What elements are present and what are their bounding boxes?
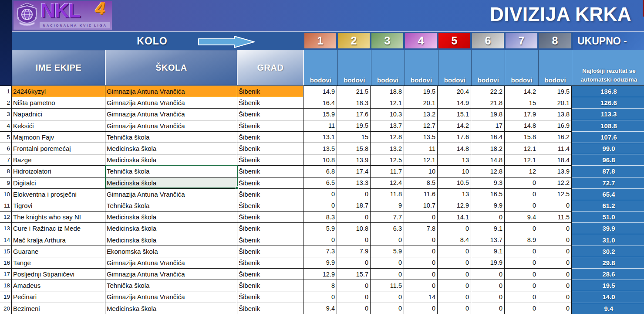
cell-score-round-6[interactable]: 22.2	[471, 86, 505, 97]
cell-score-round-5[interactable]: 14.2	[438, 120, 471, 132]
row-rank[interactable]: 9	[0, 177, 12, 189]
cell-score-round-5[interactable]: 0	[438, 269, 471, 280]
cell-total[interactable]: 72.7	[572, 177, 644, 189]
cell-team[interactable]: Napadnici	[12, 109, 105, 120]
cell-score-round-2[interactable]: 0	[337, 212, 371, 223]
cell-score-round-3[interactable]: 11.5	[371, 280, 404, 291]
cell-score-round-8[interactable]: 0	[538, 234, 572, 246]
cell-total[interactable]: 61.2	[572, 200, 644, 212]
cell-team[interactable]: Bezimeni	[12, 303, 105, 314]
round-header-6[interactable]: 6	[471, 32, 505, 50]
cell-score-round-2[interactable]: 0	[337, 303, 371, 314]
cell-score-round-3[interactable]: 0	[371, 269, 404, 280]
cell-school[interactable]: Gimnazija Antuna Vrančića	[105, 269, 237, 280]
cell-city[interactable]: Šibenik	[237, 280, 303, 291]
cell-total[interactable]: 87.8	[572, 166, 644, 177]
cell-school[interactable]: Ekonomska škola	[105, 246, 237, 257]
cell-score-round-1[interactable]: 13.5	[303, 143, 337, 154]
row-rank[interactable]: 10	[0, 189, 12, 200]
row-rank[interactable]: 17	[0, 269, 12, 280]
cell-score-round-2[interactable]: 17.6	[337, 109, 371, 120]
row-rank[interactable]: 15	[0, 246, 12, 257]
cell-score-round-8[interactable]: 11.5	[538, 212, 572, 223]
cell-score-round-7[interactable]: 12.1	[505, 154, 538, 166]
row-rank[interactable]: 18	[0, 280, 12, 291]
cell-score-round-4[interactable]: 10.7	[404, 200, 438, 212]
round-header-4[interactable]: 4	[404, 32, 438, 50]
cell-score-round-8[interactable]: 20.1	[538, 97, 572, 109]
cell-score-round-3[interactable]: 11.8	[371, 189, 404, 200]
cell-score-round-1[interactable]: 16.4	[303, 97, 337, 109]
cell-score-round-4[interactable]: 11	[404, 143, 438, 154]
cell-school[interactable]: Medicinska škola	[105, 143, 237, 154]
cell-score-round-2[interactable]: 21.5	[337, 86, 371, 97]
cell-score-round-4[interactable]: 0	[404, 212, 438, 223]
row-rank[interactable]: 13	[0, 223, 12, 234]
cell-score-round-7[interactable]: 0	[505, 223, 538, 234]
cell-score-round-7[interactable]: 9.4	[505, 212, 538, 223]
cell-score-round-1[interactable]: 8	[303, 280, 337, 291]
cell-score-round-8[interactable]: 16.2	[538, 132, 572, 143]
cell-score-round-3[interactable]: 12.1	[371, 97, 404, 109]
cell-team[interactable]: Amadeus	[12, 280, 105, 291]
cell-score-round-1[interactable]: 6.5	[303, 177, 337, 189]
cell-score-round-1[interactable]: 12.9	[303, 269, 337, 280]
cell-score-round-3[interactable]: 12.8	[371, 132, 404, 143]
row-rank[interactable]: 14	[0, 234, 12, 246]
cell-score-round-5[interactable]: 15.1	[438, 109, 471, 120]
points-subheader-round-1[interactable]: bodovi	[304, 50, 337, 85]
cell-score-round-6[interactable]: 9.1	[471, 246, 505, 257]
cell-score-round-7[interactable]: 14.2	[505, 86, 538, 97]
cell-score-round-1[interactable]: 0	[303, 291, 337, 303]
cell-score-round-8[interactable]: 0	[538, 280, 572, 291]
cell-score-round-3[interactable]: 0	[371, 257, 404, 269]
cell-score-round-2[interactable]: 10.8	[337, 223, 371, 234]
cell-score-round-3[interactable]: 0	[371, 303, 404, 314]
cell-score-round-3[interactable]: 12.4	[371, 177, 404, 189]
cell-city[interactable]: Šibenik	[237, 269, 303, 280]
cell-score-round-2[interactable]: 0	[337, 234, 371, 246]
cell-score-round-3[interactable]: 0	[371, 234, 404, 246]
cell-score-round-5[interactable]: 14.8	[438, 143, 471, 154]
cell-city[interactable]: Šibenik	[237, 166, 303, 177]
cell-score-round-2[interactable]: 7.9	[337, 246, 371, 257]
cell-city[interactable]: Šibenik	[237, 257, 303, 269]
cell-score-round-7[interactable]: 12	[505, 166, 538, 177]
round-header-7[interactable]: 7	[505, 32, 538, 50]
cell-team[interactable]: The knights who say NI	[12, 212, 105, 223]
row-rank[interactable]: 19	[0, 291, 12, 303]
city-column-header[interactable]: GRAD	[237, 50, 303, 85]
cell-score-round-8[interactable]: 11.4	[538, 143, 572, 154]
cell-school[interactable]: Tehnička škola	[105, 166, 237, 177]
ukupno-header-cell[interactable]: UKUPNO -	[572, 31, 644, 50]
cell-city[interactable]: Šibenik	[237, 212, 303, 223]
cell-score-round-3[interactable]: 5.9	[371, 246, 404, 257]
cell-score-round-6[interactable]: 9.3	[471, 177, 505, 189]
round-header-3[interactable]: 3	[371, 32, 404, 50]
cell-score-round-3[interactable]: 18.8	[371, 86, 404, 97]
cell-total[interactable]: 107.6	[572, 132, 644, 143]
cell-score-round-4[interactable]: 0	[404, 234, 438, 246]
cell-score-round-6[interactable]: 21.8	[471, 97, 505, 109]
cell-score-round-6[interactable]: 0	[471, 291, 505, 303]
cell-school[interactable]: Gimnazija Antuna Vrančića	[105, 97, 237, 109]
cell-school[interactable]: Medicinska škola	[105, 234, 237, 246]
cell-total[interactable]: 39.9	[572, 223, 644, 234]
cell-score-round-7[interactable]: 12.1	[505, 143, 538, 154]
cell-city[interactable]: Šibenik	[237, 120, 303, 132]
cell-score-round-7[interactable]: 15	[505, 97, 538, 109]
row-rank[interactable]: 2	[0, 97, 12, 109]
cell-score-round-4[interactable]: 13.5	[404, 132, 438, 143]
cell-score-round-4[interactable]: 12.1	[404, 154, 438, 166]
row-rank[interactable]: 5	[0, 132, 12, 143]
cell-score-round-6[interactable]: 17	[471, 120, 505, 132]
cell-score-round-1[interactable]: 8.3	[303, 212, 337, 223]
cell-score-round-8[interactable]: 0	[538, 257, 572, 269]
cell-score-round-2[interactable]: 15	[337, 132, 371, 143]
cell-score-round-5[interactable]: 0	[438, 280, 471, 291]
cell-score-round-6[interactable]: 0	[471, 280, 505, 291]
cell-score-round-2[interactable]: 17.4	[337, 166, 371, 177]
cell-score-round-7[interactable]: 0	[505, 177, 538, 189]
cell-school[interactable]: Tehnička škola	[105, 200, 237, 212]
cell-city[interactable]: Šibenik	[237, 291, 303, 303]
